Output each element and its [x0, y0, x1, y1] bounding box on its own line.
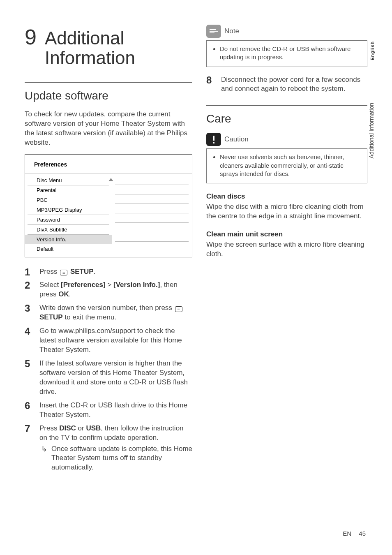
preferences-menu-title: Preferences: [25, 155, 192, 174]
setup-icon: [60, 270, 67, 275]
page-content: 9 Additional Information Update software…: [0, 0, 392, 518]
menu-item: Version Info.: [25, 235, 112, 244]
caution-title: Caution: [224, 135, 249, 143]
bold-text: [Version Info.]: [113, 281, 160, 289]
svg-rect-0: [210, 29, 216, 30]
result-arrow-icon: ↳: [41, 444, 47, 473]
left-column: 9 Additional Information Update software…: [25, 25, 192, 502]
care-divider: [206, 105, 367, 106]
chapter-title: Additional Information: [45, 28, 192, 68]
preferences-menu-items: Disc MenuParentalPBCMP3/JPEG DisplayPass…: [25, 174, 112, 257]
preferences-menu-body: Disc MenuParentalPBCMP3/JPEG DisplayPass…: [25, 174, 192, 257]
menu-item: Default: [28, 244, 109, 254]
page-footer: EN 45: [343, 530, 366, 537]
caution-callout: Caution Never use solvents such as benze…: [206, 133, 367, 183]
footer-page-number: 45: [359, 530, 366, 537]
step-4: Go to www.philips.com/support to check t…: [25, 326, 192, 359]
note-title: Note: [224, 27, 239, 35]
clean-discs-body: Wipe the disc with a micro fibre cleanin…: [206, 202, 367, 221]
right-column: Note Do not remove the CD-R or USB when …: [206, 25, 367, 502]
section-divider: [25, 82, 192, 83]
chapter-heading: 9 Additional Information: [25, 25, 192, 68]
svg-rect-3: [213, 136, 214, 141]
side-tab-language: English: [370, 41, 375, 60]
clean-screen-body: Wipe the screen surface with a micro fib…: [206, 240, 367, 259]
caution-box: Never use solvents such as benzene, thin…: [206, 148, 367, 183]
menu-item: Parental: [28, 185, 109, 195]
caution-item: Never use solvents such as benzene, thin…: [220, 153, 361, 178]
step-6: Insert the CD-R or USB flash drive to th…: [25, 401, 192, 424]
update-software-intro: To check for new updates, compare the cu…: [25, 110, 192, 148]
note-item: Do not remove the CD-R or USB when softw…: [220, 45, 361, 62]
step-1: Press SETUP.: [25, 267, 192, 281]
step-5: If the latest software version is higher…: [25, 359, 192, 401]
result-text: Once software update is complete, this H…: [51, 444, 192, 473]
step-8-list: Disconnect the power cord for a few seco…: [206, 75, 367, 98]
bold-text: USB: [86, 424, 101, 432]
setup-icon: [175, 306, 182, 312]
note-box: Do not remove the CD-R or USB when softw…: [206, 40, 367, 67]
update-steps-list: Press SETUP.Select [Preferences] > [Vers…: [25, 267, 192, 477]
step-8: Disconnect the power cord for a few seco…: [206, 75, 367, 98]
preferences-menu-values: [112, 174, 192, 257]
footer-lang: EN: [343, 530, 351, 537]
step-result: ↳Once software update is complete, this …: [39, 444, 192, 473]
svg-rect-2: [210, 32, 214, 33]
svg-rect-1: [210, 31, 218, 32]
care-heading: Care: [206, 112, 367, 125]
clean-discs-heading: Clean discs: [206, 192, 367, 201]
bold-text: DISC: [59, 424, 76, 432]
bold-text: OK: [58, 290, 69, 298]
menu-item: PBC: [28, 195, 109, 205]
bold-text: SETUP: [70, 268, 94, 275]
preferences-menu: Preferences Disc MenuParentalPBCMP3/JPEG…: [25, 154, 192, 257]
step-2: Select [Preferences] > [Version Info.], …: [25, 280, 192, 303]
step-3: Write down the version number, then pres…: [25, 303, 192, 326]
clean-screen-heading: Clean main unit screen: [206, 230, 367, 238]
bold-text: SETUP: [39, 313, 63, 321]
menu-item: Disc Menu: [28, 176, 109, 185]
menu-item: MP3/JPEG Display: [28, 205, 109, 215]
svg-rect-4: [213, 142, 214, 143]
menu-item: Password: [28, 215, 109, 225]
note-callout: Note Do not remove the CD-R or USB when …: [206, 25, 367, 67]
update-software-heading: Update software: [25, 89, 192, 102]
scroll-up-icon: [108, 178, 113, 181]
note-icon: [206, 25, 221, 38]
chapter-number: 9: [25, 25, 37, 49]
caution-icon: [206, 133, 221, 146]
side-tab-section: Additional Information: [368, 103, 375, 158]
bold-text: [Preferences]: [61, 281, 106, 289]
step-7: Press DISC or USB, then follow the instr…: [25, 424, 192, 477]
menu-item: DivX Subtitle: [28, 225, 109, 235]
